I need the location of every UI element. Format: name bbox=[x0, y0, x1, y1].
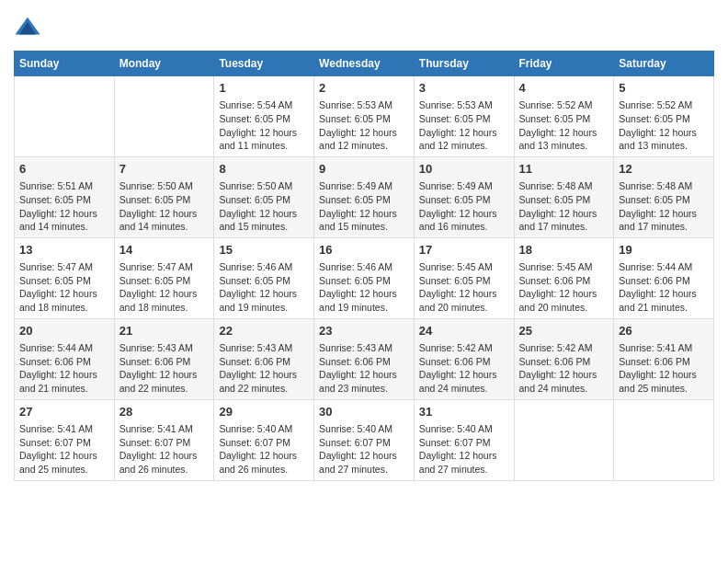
day-cell: 4Sunrise: 5:52 AMSunset: 6:05 PMDaylight… bbox=[514, 76, 614, 157]
day-info: Sunrise: 5:42 AMSunset: 6:06 PMDaylight:… bbox=[519, 341, 609, 396]
day-info: Sunrise: 5:52 AMSunset: 6:05 PMDaylight:… bbox=[619, 98, 709, 153]
day-number: 17 bbox=[419, 242, 509, 259]
day-number: 30 bbox=[319, 404, 409, 420]
day-info: Sunrise: 5:40 AMSunset: 6:07 PMDaylight:… bbox=[319, 422, 409, 477]
day-cell: 28Sunrise: 5:41 AMSunset: 6:07 PMDayligh… bbox=[114, 399, 214, 480]
day-number: 13 bbox=[19, 242, 109, 259]
day-cell: 17Sunrise: 5:45 AMSunset: 6:05 PMDayligh… bbox=[414, 237, 514, 318]
day-number: 24 bbox=[419, 323, 509, 339]
day-cell: 6Sunrise: 5:51 AMSunset: 6:05 PMDaylight… bbox=[15, 156, 115, 237]
day-cell: 29Sunrise: 5:40 AMSunset: 6:07 PMDayligh… bbox=[214, 399, 314, 480]
day-cell: 2Sunrise: 5:53 AMSunset: 6:05 PMDaylight… bbox=[314, 76, 415, 157]
day-number: 2 bbox=[319, 80, 409, 97]
day-info: Sunrise: 5:49 AMSunset: 6:05 PMDaylight:… bbox=[319, 179, 409, 234]
day-info: Sunrise: 5:41 AMSunset: 6:07 PMDaylight:… bbox=[119, 422, 210, 477]
day-number: 12 bbox=[619, 161, 709, 178]
day-info: Sunrise: 5:54 AMSunset: 6:05 PMDaylight:… bbox=[219, 98, 309, 153]
week-row-3: 20Sunrise: 5:44 AMSunset: 6:06 PMDayligh… bbox=[15, 318, 714, 399]
day-info: Sunrise: 5:45 AMSunset: 6:06 PMDaylight:… bbox=[519, 260, 609, 315]
header-cell-sunday: Sunday bbox=[15, 52, 115, 76]
day-cell: 10Sunrise: 5:49 AMSunset: 6:05 PMDayligh… bbox=[414, 156, 514, 237]
day-number: 7 bbox=[119, 161, 210, 178]
header-row: SundayMondayTuesdayWednesdayThursdayFrid… bbox=[15, 52, 714, 76]
day-number: 16 bbox=[319, 242, 409, 259]
day-info: Sunrise: 5:48 AMSunset: 6:05 PMDaylight:… bbox=[619, 179, 709, 234]
day-number: 15 bbox=[219, 242, 309, 259]
day-cell: 9Sunrise: 5:49 AMSunset: 6:05 PMDaylight… bbox=[314, 156, 415, 237]
day-info: Sunrise: 5:40 AMSunset: 6:07 PMDaylight:… bbox=[419, 422, 509, 477]
day-info: Sunrise: 5:53 AMSunset: 6:05 PMDaylight:… bbox=[319, 98, 409, 153]
day-number: 20 bbox=[19, 323, 109, 339]
week-row-4: 27Sunrise: 5:41 AMSunset: 6:07 PMDayligh… bbox=[15, 399, 714, 480]
day-cell: 22Sunrise: 5:43 AMSunset: 6:06 PMDayligh… bbox=[214, 318, 314, 399]
day-cell: 21Sunrise: 5:43 AMSunset: 6:06 PMDayligh… bbox=[114, 318, 214, 399]
day-number: 27 bbox=[19, 404, 109, 420]
day-number: 21 bbox=[119, 323, 210, 339]
logo-icon bbox=[14, 14, 41, 41]
day-cell bbox=[114, 76, 214, 157]
day-info: Sunrise: 5:41 AMSunset: 6:07 PMDaylight:… bbox=[19, 422, 109, 477]
day-info: Sunrise: 5:42 AMSunset: 6:06 PMDaylight:… bbox=[419, 341, 509, 396]
day-number: 23 bbox=[319, 323, 409, 339]
header-cell-monday: Monday bbox=[114, 52, 214, 76]
week-row-0: 1Sunrise: 5:54 AMSunset: 6:05 PMDaylight… bbox=[15, 76, 714, 157]
header-cell-wednesday: Wednesday bbox=[314, 52, 415, 76]
day-info: Sunrise: 5:44 AMSunset: 6:06 PMDaylight:… bbox=[19, 341, 109, 396]
day-number: 19 bbox=[619, 242, 709, 259]
day-number: 22 bbox=[219, 323, 309, 339]
header-cell-friday: Friday bbox=[514, 52, 614, 76]
day-number: 1 bbox=[219, 80, 309, 97]
day-cell: 31Sunrise: 5:40 AMSunset: 6:07 PMDayligh… bbox=[414, 399, 514, 480]
day-info: Sunrise: 5:48 AMSunset: 6:05 PMDaylight:… bbox=[519, 179, 609, 234]
header-cell-tuesday: Tuesday bbox=[214, 52, 314, 76]
calendar-header: SundayMondayTuesdayWednesdayThursdayFrid… bbox=[15, 52, 714, 76]
day-number: 4 bbox=[519, 80, 609, 97]
day-info: Sunrise: 5:46 AMSunset: 6:05 PMDaylight:… bbox=[219, 260, 309, 315]
day-info: Sunrise: 5:50 AMSunset: 6:05 PMDaylight:… bbox=[119, 179, 210, 234]
day-cell: 23Sunrise: 5:43 AMSunset: 6:06 PMDayligh… bbox=[314, 318, 415, 399]
day-cell: 7Sunrise: 5:50 AMSunset: 6:05 PMDaylight… bbox=[114, 156, 214, 237]
day-info: Sunrise: 5:40 AMSunset: 6:07 PMDaylight:… bbox=[219, 422, 309, 477]
day-cell: 16Sunrise: 5:46 AMSunset: 6:05 PMDayligh… bbox=[314, 237, 415, 318]
day-info: Sunrise: 5:52 AMSunset: 6:05 PMDaylight:… bbox=[519, 98, 609, 153]
day-info: Sunrise: 5:44 AMSunset: 6:06 PMDaylight:… bbox=[619, 260, 709, 315]
day-cell: 3Sunrise: 5:53 AMSunset: 6:05 PMDaylight… bbox=[414, 76, 514, 157]
day-info: Sunrise: 5:43 AMSunset: 6:06 PMDaylight:… bbox=[119, 341, 210, 396]
header-cell-thursday: Thursday bbox=[414, 52, 514, 76]
day-cell bbox=[514, 399, 614, 480]
day-info: Sunrise: 5:49 AMSunset: 6:05 PMDaylight:… bbox=[419, 179, 509, 234]
day-number: 9 bbox=[319, 161, 409, 178]
day-info: Sunrise: 5:41 AMSunset: 6:06 PMDaylight:… bbox=[619, 341, 709, 396]
day-cell bbox=[15, 76, 115, 157]
day-cell: 13Sunrise: 5:47 AMSunset: 6:05 PMDayligh… bbox=[15, 237, 115, 318]
day-cell: 27Sunrise: 5:41 AMSunset: 6:07 PMDayligh… bbox=[15, 399, 115, 480]
day-cell: 30Sunrise: 5:40 AMSunset: 6:07 PMDayligh… bbox=[314, 399, 415, 480]
day-cell: 25Sunrise: 5:42 AMSunset: 6:06 PMDayligh… bbox=[514, 318, 614, 399]
logo bbox=[14, 14, 45, 41]
day-number: 10 bbox=[419, 161, 509, 178]
day-cell: 1Sunrise: 5:54 AMSunset: 6:05 PMDaylight… bbox=[214, 76, 314, 157]
day-info: Sunrise: 5:53 AMSunset: 6:05 PMDaylight:… bbox=[419, 98, 509, 153]
header-cell-saturday: Saturday bbox=[614, 52, 714, 76]
day-cell: 14Sunrise: 5:47 AMSunset: 6:05 PMDayligh… bbox=[114, 237, 214, 318]
day-cell: 12Sunrise: 5:48 AMSunset: 6:05 PMDayligh… bbox=[614, 156, 714, 237]
day-number: 26 bbox=[619, 323, 709, 339]
day-info: Sunrise: 5:43 AMSunset: 6:06 PMDaylight:… bbox=[319, 341, 409, 396]
day-info: Sunrise: 5:47 AMSunset: 6:05 PMDaylight:… bbox=[119, 260, 210, 315]
day-info: Sunrise: 5:43 AMSunset: 6:06 PMDaylight:… bbox=[219, 341, 309, 396]
day-number: 5 bbox=[619, 80, 709, 97]
day-number: 18 bbox=[519, 242, 609, 259]
day-number: 6 bbox=[19, 161, 109, 178]
day-info: Sunrise: 5:50 AMSunset: 6:05 PMDaylight:… bbox=[219, 179, 309, 234]
day-cell bbox=[614, 399, 714, 480]
day-info: Sunrise: 5:45 AMSunset: 6:05 PMDaylight:… bbox=[419, 260, 509, 315]
day-cell: 15Sunrise: 5:46 AMSunset: 6:05 PMDayligh… bbox=[214, 237, 314, 318]
day-cell: 8Sunrise: 5:50 AMSunset: 6:05 PMDaylight… bbox=[214, 156, 314, 237]
day-info: Sunrise: 5:47 AMSunset: 6:05 PMDaylight:… bbox=[19, 260, 109, 315]
day-number: 28 bbox=[119, 404, 210, 420]
day-number: 11 bbox=[519, 161, 609, 178]
day-number: 3 bbox=[419, 80, 509, 97]
day-number: 25 bbox=[519, 323, 609, 339]
page-header bbox=[14, 14, 714, 41]
day-number: 31 bbox=[419, 404, 509, 420]
